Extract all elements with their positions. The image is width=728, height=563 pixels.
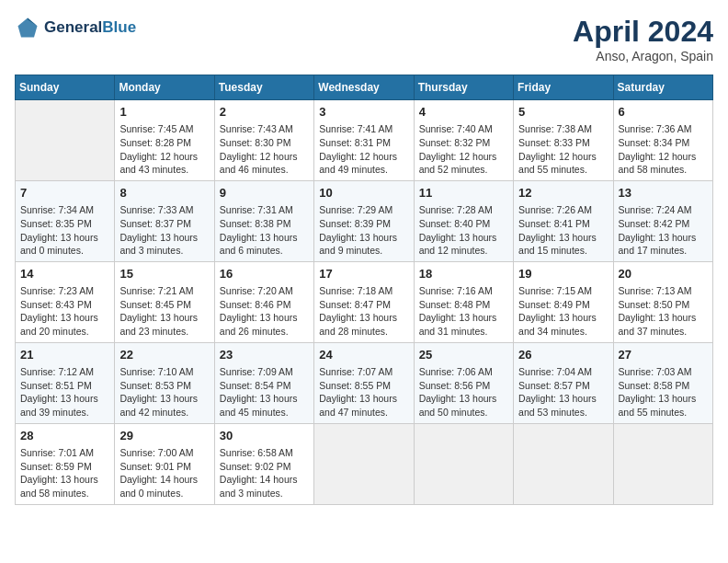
day-info: Sunrise: 7:41 AMSunset: 8:31 PMDaylight:… (319, 122, 408, 177)
day-info: Sunrise: 7:43 AMSunset: 8:30 PMDaylight:… (220, 122, 309, 177)
calendar-cell: 16Sunrise: 7:20 AMSunset: 8:46 PMDayligh… (214, 261, 313, 342)
calendar-cell: 5Sunrise: 7:38 AMSunset: 8:33 PMDaylight… (514, 100, 613, 181)
calendar-cell: 26Sunrise: 7:04 AMSunset: 8:57 PMDayligh… (514, 342, 613, 423)
day-info: Sunrise: 7:07 AMSunset: 8:55 PMDaylight:… (319, 365, 408, 419)
week-row-3: 14Sunrise: 7:23 AMSunset: 8:43 PMDayligh… (16, 261, 713, 342)
day-info: Sunrise: 7:36 AMSunset: 8:34 PMDaylight:… (619, 122, 708, 177)
day-number: 22 (119, 347, 209, 363)
day-info: Sunrise: 7:04 AMSunset: 8:57 PMDaylight:… (518, 365, 608, 419)
calendar-cell: 3Sunrise: 7:41 AMSunset: 8:31 PMDaylight… (314, 100, 414, 181)
calendar-cell (16, 100, 115, 181)
logo-text: GeneralBlue (44, 18, 136, 37)
day-number: 6 (619, 104, 708, 121)
week-row-5: 28Sunrise: 7:01 AMSunset: 8:59 PMDayligh… (16, 423, 713, 504)
day-number: 29 (119, 428, 209, 444)
day-info: Sunrise: 7:45 AMSunset: 8:28 PMDaylight:… (119, 122, 209, 177)
calendar-cell: 8Sunrise: 7:33 AMSunset: 8:37 PMDaylight… (115, 180, 214, 261)
day-info: Sunrise: 7:03 AMSunset: 8:58 PMDaylight:… (619, 365, 708, 419)
day-number: 4 (419, 104, 508, 121)
calendar-cell: 21Sunrise: 7:12 AMSunset: 8:51 PMDayligh… (16, 342, 115, 423)
day-number: 19 (518, 266, 608, 282)
day-number: 1 (119, 104, 209, 121)
day-info: Sunrise: 7:00 AMSunset: 9:01 PMDaylight:… (119, 446, 209, 500)
day-info: Sunrise: 7:13 AMSunset: 8:50 PMDaylight:… (619, 284, 708, 339)
day-number: 12 (518, 185, 608, 201)
calendar-cell: 27Sunrise: 7:03 AMSunset: 8:58 PMDayligh… (613, 342, 712, 423)
day-info: Sunrise: 7:12 AMSunset: 8:51 PMDaylight:… (20, 365, 109, 419)
day-info: Sunrise: 7:16 AMSunset: 8:48 PMDaylight:… (419, 284, 508, 339)
day-number: 16 (220, 266, 309, 282)
svg-marker-0 (18, 18, 38, 38)
day-number: 24 (319, 347, 408, 363)
calendar-cell: 10Sunrise: 7:29 AMSunset: 8:39 PMDayligh… (314, 180, 414, 261)
day-number: 3 (319, 104, 408, 121)
day-info: Sunrise: 6:58 AMSunset: 9:02 PMDaylight:… (220, 446, 309, 500)
week-row-2: 7Sunrise: 7:34 AMSunset: 8:35 PMDaylight… (16, 180, 713, 261)
day-number: 7 (20, 185, 109, 201)
day-number: 30 (220, 428, 309, 444)
header-row: SundayMondayTuesdayWednesdayThursdayFrid… (16, 75, 713, 100)
day-info: Sunrise: 7:15 AMSunset: 8:49 PMDaylight:… (518, 284, 608, 339)
col-header-tuesday: Tuesday (214, 75, 313, 100)
day-info: Sunrise: 7:21 AMSunset: 8:45 PMDaylight:… (119, 284, 209, 339)
day-info: Sunrise: 7:29 AMSunset: 8:39 PMDaylight:… (319, 203, 408, 258)
day-info: Sunrise: 7:01 AMSunset: 8:59 PMDaylight:… (20, 446, 109, 500)
day-info: Sunrise: 7:31 AMSunset: 8:38 PMDaylight:… (220, 203, 309, 258)
day-info: Sunrise: 7:28 AMSunset: 8:40 PMDaylight:… (419, 203, 508, 258)
day-info: Sunrise: 7:20 AMSunset: 8:46 PMDaylight:… (220, 284, 309, 339)
day-info: Sunrise: 7:23 AMSunset: 8:43 PMDaylight:… (20, 284, 109, 339)
calendar-cell: 19Sunrise: 7:15 AMSunset: 8:49 PMDayligh… (514, 261, 613, 342)
day-number: 27 (619, 347, 708, 363)
day-info: Sunrise: 7:34 AMSunset: 8:35 PMDaylight:… (20, 203, 109, 258)
month-title: April 2024 (573, 15, 713, 49)
col-header-thursday: Thursday (414, 75, 513, 100)
page-header: GeneralBlue April 2024 Anso, Aragon, Spa… (15, 15, 713, 63)
calendar-cell (314, 423, 414, 504)
day-number: 11 (419, 185, 508, 201)
day-number: 23 (220, 347, 309, 363)
calendar-cell: 7Sunrise: 7:34 AMSunset: 8:35 PMDaylight… (16, 180, 115, 261)
col-header-monday: Monday (115, 75, 214, 100)
calendar-cell: 6Sunrise: 7:36 AMSunset: 8:34 PMDaylight… (613, 100, 712, 181)
title-block: April 2024 Anso, Aragon, Spain (573, 15, 713, 63)
day-info: Sunrise: 7:40 AMSunset: 8:32 PMDaylight:… (419, 122, 508, 177)
day-number: 14 (20, 266, 109, 282)
calendar-cell: 20Sunrise: 7:13 AMSunset: 8:50 PMDayligh… (613, 261, 712, 342)
day-number: 25 (419, 347, 508, 363)
day-number: 26 (518, 347, 608, 363)
day-number: 20 (619, 266, 708, 282)
calendar-cell: 17Sunrise: 7:18 AMSunset: 8:47 PMDayligh… (314, 261, 414, 342)
calendar-cell: 14Sunrise: 7:23 AMSunset: 8:43 PMDayligh… (16, 261, 115, 342)
day-info: Sunrise: 7:26 AMSunset: 8:41 PMDaylight:… (518, 203, 608, 258)
day-number: 15 (119, 266, 209, 282)
calendar-cell: 24Sunrise: 7:07 AMSunset: 8:55 PMDayligh… (314, 342, 414, 423)
day-info: Sunrise: 7:18 AMSunset: 8:47 PMDaylight:… (319, 284, 408, 339)
calendar-cell: 13Sunrise: 7:24 AMSunset: 8:42 PMDayligh… (613, 180, 712, 261)
day-info: Sunrise: 7:38 AMSunset: 8:33 PMDaylight:… (518, 122, 608, 177)
calendar-cell: 9Sunrise: 7:31 AMSunset: 8:38 PMDaylight… (214, 180, 313, 261)
day-number: 17 (319, 266, 408, 282)
col-header-friday: Friday (514, 75, 613, 100)
calendar-cell: 18Sunrise: 7:16 AMSunset: 8:48 PMDayligh… (414, 261, 513, 342)
week-row-1: 1Sunrise: 7:45 AMSunset: 8:28 PMDaylight… (16, 100, 713, 181)
col-header-saturday: Saturday (613, 75, 712, 100)
day-info: Sunrise: 7:10 AMSunset: 8:53 PMDaylight:… (119, 365, 209, 419)
day-info: Sunrise: 7:06 AMSunset: 8:56 PMDaylight:… (419, 365, 508, 419)
week-row-4: 21Sunrise: 7:12 AMSunset: 8:51 PMDayligh… (16, 342, 713, 423)
day-number: 13 (619, 185, 708, 201)
day-number: 5 (518, 104, 608, 121)
calendar-table: SundayMondayTuesdayWednesdayThursdayFrid… (15, 75, 713, 505)
calendar-cell (414, 423, 513, 504)
calendar-cell: 2Sunrise: 7:43 AMSunset: 8:30 PMDaylight… (214, 100, 313, 181)
day-number: 8 (119, 185, 209, 201)
logo: GeneralBlue (15, 15, 136, 40)
col-header-wednesday: Wednesday (314, 75, 414, 100)
calendar-cell: 1Sunrise: 7:45 AMSunset: 8:28 PMDaylight… (115, 100, 214, 181)
calendar-cell: 15Sunrise: 7:21 AMSunset: 8:45 PMDayligh… (115, 261, 214, 342)
day-number: 18 (419, 266, 508, 282)
calendar-cell: 4Sunrise: 7:40 AMSunset: 8:32 PMDaylight… (414, 100, 513, 181)
calendar-cell: 23Sunrise: 7:09 AMSunset: 8:54 PMDayligh… (214, 342, 313, 423)
calendar-cell (613, 423, 712, 504)
location: Anso, Aragon, Spain (573, 49, 713, 63)
day-number: 10 (319, 185, 408, 201)
